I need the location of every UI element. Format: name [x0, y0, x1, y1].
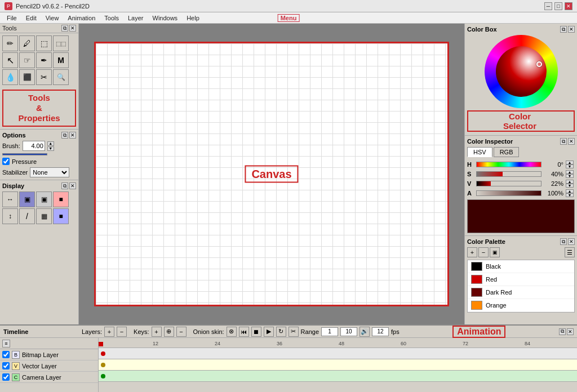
- menu-view[interactable]: View: [41, 14, 64, 23]
- menu-animation[interactable]: Animation: [63, 14, 100, 23]
- slider-s-up[interactable]: ▲: [566, 170, 574, 174]
- layer-remove[interactable]: −: [117, 327, 127, 337]
- palette-item-black[interactable]: Black: [468, 260, 574, 273]
- color-box-gradient[interactable]: [496, 46, 547, 97]
- palette-close[interactable]: ✕: [568, 238, 575, 245]
- tool-ink[interactable]: ✒: [36, 52, 52, 68]
- menu-file[interactable]: File: [2, 14, 21, 23]
- canvas-area[interactable]: Canvas: [79, 24, 464, 324]
- tool-selection-poly[interactable]: ⬚⬚: [53, 35, 69, 51]
- timeline-float[interactable]: ⧉: [559, 328, 566, 335]
- slider-a-down[interactable]: ▼: [566, 193, 574, 197]
- stabilizer-select[interactable]: None Simple Strong: [30, 167, 69, 177]
- layer-vector-visible[interactable]: [2, 362, 10, 369]
- layer-bitmap-name: Bitmap Layer: [22, 351, 59, 358]
- tool-pen[interactable]: 🖊: [19, 35, 35, 51]
- display-flip-h[interactable]: ↔: [2, 191, 18, 207]
- display-float[interactable]: ⧉: [61, 182, 68, 189]
- display-line[interactable]: /: [19, 208, 35, 224]
- slider-v-track[interactable]: [476, 181, 542, 186]
- palette-swatch[interactable]: ▣: [490, 247, 500, 257]
- tools-panel-close[interactable]: ✕: [69, 25, 76, 32]
- tool-zoom[interactable]: 🔍: [53, 69, 69, 85]
- color-box-float[interactable]: ⧉: [560, 26, 567, 33]
- layer-camera-visible[interactable]: [2, 373, 10, 381]
- tool-selection-rect[interactable]: ⬚: [36, 35, 52, 51]
- maximize-button[interactable]: □: [554, 2, 562, 10]
- brush-up[interactable]: ▲: [47, 141, 54, 146]
- menu-edit[interactable]: Edit: [21, 14, 41, 23]
- tool-hand[interactable]: ☞: [19, 52, 35, 68]
- play-btn[interactable]: ▶: [264, 327, 274, 337]
- display-tint-blue[interactable]: ▣: [19, 191, 35, 207]
- slider-h-down[interactable]: ▼: [566, 164, 574, 168]
- tool-smudge[interactable]: M: [53, 52, 69, 68]
- options-close[interactable]: ✕: [69, 132, 76, 139]
- canvas-frame[interactable]: Canvas: [94, 42, 449, 306]
- display-purple[interactable]: ■: [53, 208, 69, 224]
- slider-v-down[interactable]: ▼: [566, 184, 574, 188]
- color-wheel-container[interactable]: [467, 35, 575, 108]
- play-prev[interactable]: ⏮: [239, 327, 249, 337]
- menu-windows[interactable]: Windows: [148, 14, 183, 23]
- layer-row-vector[interactable]: V Vector Layer: [0, 360, 98, 372]
- tool-paint[interactable]: 💧: [2, 69, 18, 85]
- brush-size-input[interactable]: [23, 141, 45, 151]
- color-selector-label: ColorSelector: [467, 110, 575, 132]
- tools-panel-float[interactable]: ⧉: [61, 25, 68, 32]
- layer-bitmap-visible[interactable]: [2, 351, 10, 358]
- slider-h-track[interactable]: [476, 162, 542, 167]
- key-add[interactable]: +: [152, 327, 162, 337]
- minimize-button[interactable]: ─: [544, 2, 552, 10]
- play-stop[interactable]: ⏹: [251, 327, 261, 337]
- range-start-input[interactable]: [321, 327, 338, 336]
- palette-float[interactable]: ⧉: [560, 238, 567, 245]
- tool-pencil[interactable]: ✏: [2, 35, 18, 51]
- key-remove[interactable]: −: [176, 327, 187, 337]
- range-end-input[interactable]: [340, 327, 357, 336]
- tab-hsv[interactable]: HSV: [467, 147, 492, 157]
- display-flip-v[interactable]: ↕: [2, 208, 18, 224]
- display-pink-b[interactable]: ■: [53, 191, 69, 207]
- slider-s-down[interactable]: ▼: [566, 174, 574, 178]
- layer-row-bitmap[interactable]: B Bitmap Layer: [0, 349, 98, 360]
- pressure-checkbox[interactable]: [2, 158, 10, 165]
- onion-btn[interactable]: ⊗: [227, 327, 237, 337]
- color-box-close[interactable]: ✕: [568, 26, 575, 33]
- menu-tools[interactable]: Tools: [100, 14, 123, 23]
- color-inspector-float[interactable]: ⧉: [560, 138, 567, 145]
- play-clip[interactable]: ✂: [288, 327, 299, 337]
- palette-add[interactable]: +: [467, 247, 477, 257]
- tool-pointer[interactable]: ↖: [2, 52, 18, 68]
- color-wheel[interactable]: [485, 35, 558, 108]
- slider-a-track[interactable]: [476, 190, 542, 196]
- tool-erase[interactable]: ⬛: [19, 69, 35, 85]
- key-dup[interactable]: ⊕: [164, 327, 174, 337]
- menu-help[interactable]: Help: [182, 14, 204, 23]
- slider-v-up[interactable]: ▲: [566, 180, 574, 184]
- tab-rgb[interactable]: RGB: [494, 147, 520, 157]
- display-layer-b[interactable]: ▣: [36, 191, 52, 207]
- sound-btn[interactable]: 🔊: [359, 327, 370, 337]
- palette-item-darkred[interactable]: Dark Red: [468, 286, 574, 299]
- palette-remove[interactable]: −: [478, 247, 489, 257]
- brush-down[interactable]: ▼: [47, 146, 54, 151]
- menu-layer[interactable]: Layer: [123, 14, 148, 23]
- slider-h-up[interactable]: ▲: [566, 161, 574, 164]
- palette-item-orange[interactable]: Orange: [468, 299, 574, 312]
- color-inspector-close[interactable]: ✕: [568, 138, 575, 145]
- slider-s-track[interactable]: [476, 171, 542, 177]
- tool-cut[interactable]: ✂: [36, 69, 52, 85]
- palette-item-red[interactable]: Red: [468, 273, 574, 286]
- play-loop[interactable]: ↻: [276, 327, 286, 337]
- fps-input[interactable]: [372, 327, 389, 336]
- display-grid-btn[interactable]: ▦: [36, 208, 52, 224]
- layer-row-camera[interactable]: C Camera Layer: [0, 372, 98, 383]
- slider-a-up[interactable]: ▲: [566, 189, 574, 193]
- layer-add[interactable]: +: [104, 327, 114, 337]
- display-close[interactable]: ✕: [69, 182, 76, 189]
- options-float[interactable]: ⧉: [61, 132, 68, 139]
- palette-menu[interactable]: ☰: [565, 247, 575, 257]
- timeline-close[interactable]: ✕: [567, 328, 574, 335]
- close-button[interactable]: ✕: [565, 2, 572, 10]
